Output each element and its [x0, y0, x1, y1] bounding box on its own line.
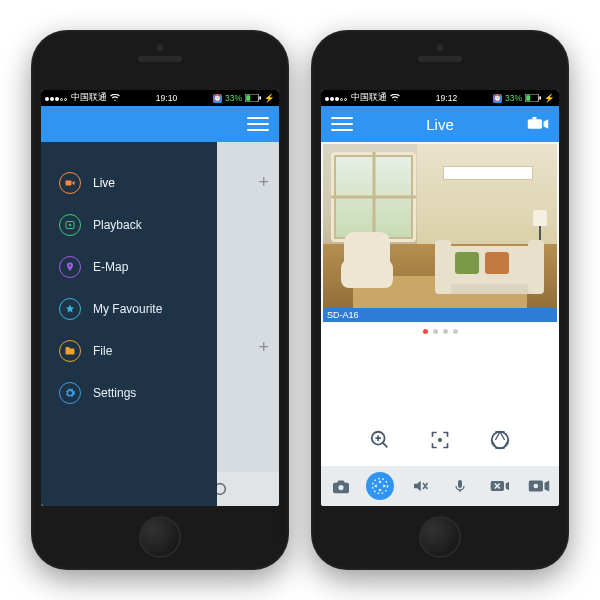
svg-rect-12: [533, 117, 537, 119]
wifi-icon: [110, 94, 120, 102]
svg-rect-18: [458, 480, 462, 488]
menu-item-live[interactable]: Live: [51, 162, 217, 204]
charging-icon: ⚡: [264, 93, 275, 103]
alarm-icon: ⏰: [213, 94, 222, 103]
mute-button[interactable]: [406, 472, 434, 500]
svg-rect-5: [66, 181, 72, 186]
page-indicator: [321, 324, 559, 338]
page-dot[interactable]: [453, 329, 458, 334]
status-bar: 中国联通 19:12 ⏰ 33% ⚡: [321, 90, 559, 106]
clock-label: 19:12: [403, 93, 490, 103]
menu-item-file[interactable]: File: [51, 330, 217, 372]
phone-speaker: [418, 56, 462, 62]
svg-rect-11: [528, 119, 542, 128]
phone-camera-dot: [437, 44, 444, 51]
zoom-button[interactable]: [368, 428, 392, 452]
clock-label: 19:10: [123, 93, 210, 103]
signal-dots-icon: [45, 93, 68, 103]
charging-icon: ⚡: [544, 93, 555, 103]
aperture-button[interactable]: [488, 428, 512, 452]
record-button[interactable]: [525, 472, 553, 500]
svg-rect-1: [246, 95, 250, 101]
alarm-icon: ⏰: [493, 94, 502, 103]
focus-button[interactable]: [428, 428, 452, 452]
menu-item-settings[interactable]: Settings: [51, 372, 217, 414]
battery-icon: [525, 94, 541, 102]
camera-icon: [59, 172, 81, 194]
phone-right: 中国联通 19:12 ⏰ 33% ⚡ Live: [311, 30, 569, 570]
gear-icon: [59, 382, 81, 404]
page-dot[interactable]: [423, 329, 428, 334]
nav-drawer: Live Playback E-Map: [41, 142, 217, 506]
svg-point-14: [439, 439, 442, 442]
menu-item-emap[interactable]: E-Map: [51, 246, 217, 288]
home-button[interactable]: [419, 516, 461, 558]
phone-speaker: [138, 56, 182, 62]
emap-icon: [59, 256, 81, 278]
svg-rect-9: [526, 95, 530, 101]
phone-left: 中国联通 19:10 ⏰ 33% ⚡ +: [31, 30, 289, 570]
svg-point-7: [69, 265, 71, 267]
menu-item-playback[interactable]: Playback: [51, 204, 217, 246]
svg-rect-10: [539, 96, 541, 99]
playback-icon: [59, 214, 81, 236]
signal-dots-icon: [325, 93, 348, 103]
status-bar: 中国联通 19:10 ⏰ 33% ⚡: [41, 90, 279, 106]
menu-label: Live: [93, 176, 115, 190]
file-icon: [59, 340, 81, 362]
page-dot[interactable]: [433, 329, 438, 334]
menu-label: Playback: [93, 218, 142, 232]
battery-label: 33%: [225, 93, 242, 103]
mic-button[interactable]: [446, 472, 474, 500]
menu-item-favourite[interactable]: My Favourite: [51, 288, 217, 330]
live-body: + + Live: [41, 142, 279, 506]
bottom-toolbar: [321, 466, 559, 506]
menu-label: My Favourite: [93, 302, 162, 316]
live-viewport: SD-A16: [321, 142, 559, 506]
wifi-icon: [390, 94, 400, 102]
camera-feed[interactable]: SD-A16: [323, 144, 557, 322]
nav-bar: Live: [321, 106, 559, 142]
page-dot[interactable]: [443, 329, 448, 334]
carrier-label: 中国联通: [351, 92, 387, 104]
home-button[interactable]: [139, 516, 181, 558]
menu-button[interactable]: [331, 115, 353, 133]
svg-point-16: [338, 485, 343, 490]
menu-label: Settings: [93, 386, 136, 400]
nav-title: Live: [353, 116, 527, 133]
menu-label: File: [93, 344, 112, 358]
star-icon: [59, 298, 81, 320]
battery-icon: [245, 94, 261, 102]
ptz-button[interactable]: [366, 472, 394, 500]
screen-left: 中国联通 19:10 ⏰ 33% ⚡ +: [41, 90, 279, 506]
close-feed-button[interactable]: [485, 472, 513, 500]
svg-rect-2: [259, 96, 261, 99]
camera-mode-button[interactable]: [527, 115, 549, 133]
menu-label: E-Map: [93, 260, 128, 274]
snapshot-button[interactable]: [327, 472, 355, 500]
nav-bar: [41, 106, 279, 142]
ptz-controls: [321, 338, 559, 466]
carrier-label: 中国联通: [71, 92, 107, 104]
svg-point-21: [534, 484, 539, 489]
camera-name-label: SD-A16: [323, 308, 557, 322]
battery-label: 33%: [505, 93, 522, 103]
screen-right: 中国联通 19:12 ⏰ 33% ⚡ Live: [321, 90, 559, 506]
menu-button[interactable]: [247, 115, 269, 133]
phone-camera-dot: [157, 44, 164, 51]
